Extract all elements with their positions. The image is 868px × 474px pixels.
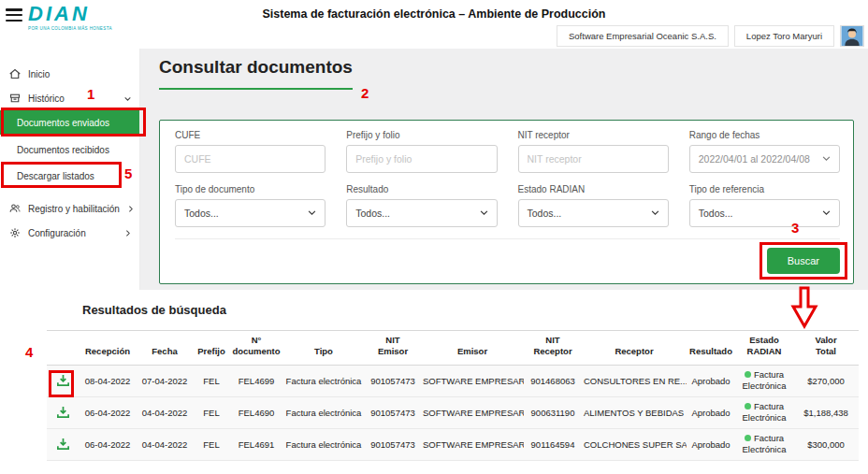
nit-receptor-input[interactable] [518, 145, 669, 173]
estado-radian-label: Estado RADIAN [518, 184, 669, 194]
results-title: Resultados de búsqueda [82, 303, 859, 317]
cufe-input[interactable] [175, 145, 326, 173]
cell-fecha: 04-04-2022 [137, 428, 193, 460]
cell-nit-receptor: 900631190 [524, 396, 582, 428]
download-icon[interactable] [56, 373, 70, 387]
col-header-receptor: Receptor [582, 331, 687, 366]
cell-receptor: CONSULTORES EN RE... [582, 365, 687, 396]
sidebar-item-configuracion[interactable]: Configuración [0, 221, 139, 245]
cell-estado-radian: Factura Electrónica [735, 428, 793, 460]
table-row: 06-04-2022 04-04-2022 FEL FEL4691 Factur… [47, 428, 859, 460]
gear-icon [9, 227, 22, 238]
nit-receptor-field: NIT receptor [518, 130, 669, 173]
col-header-emisor: Emisor [421, 331, 524, 366]
chevron-down-icon [308, 208, 316, 219]
filter-grid: CUFE Prefijo y folio NIT receptor Rango … [175, 130, 840, 227]
tipo-documento-label: Tipo de documento [175, 184, 326, 194]
people-icon [9, 203, 22, 214]
tipo-documento-select[interactable]: Todos... [175, 199, 326, 227]
col-header-prefijo: Prefijo [193, 331, 230, 366]
prefijo-folio-field: Prefijo y folio [346, 130, 497, 173]
cell-valor-total: $1,188,438 [793, 396, 859, 428]
filter-panel: CUFE Prefijo y folio NIT receptor Rango … [159, 120, 854, 284]
cell-estado-radian: Factura Electrónica [735, 365, 793, 396]
col-header-valor-total: Valor Total [793, 331, 859, 366]
resultado-select[interactable]: Todos... [346, 199, 497, 227]
table-row: 08-04-2022 07-04-2022 FEL FEL4699 Factur… [47, 365, 859, 396]
cell-emisor: SOFTWARE EMPRESARI... [421, 396, 524, 428]
sidebar: Inicio Histórico Documentos enviados Doc… [0, 49, 140, 290]
sidebar-label: Inicio [28, 69, 50, 79]
chevron-down-icon [822, 153, 831, 165]
sidebar-item-historico[interactable]: Histórico [0, 86, 139, 110]
chevron-down-icon [123, 94, 132, 103]
col-header-recepcion: Recepción [79, 331, 137, 366]
estado-radian-field: Estado RADIAN Todos... [518, 184, 669, 227]
sidebar-label: Documentos enviados [17, 118, 109, 128]
cell-nit-emisor: 901057473 [365, 428, 421, 460]
buscar-button[interactable]: Buscar [767, 248, 840, 274]
app-title: Sistema de facturación electrónica – Amb… [0, 7, 868, 21]
cell-resultado: Aprobado [687, 365, 735, 396]
tipo-documento-field: Tipo de documento Todos... [175, 184, 326, 227]
table-row: 06-04-2022 04-04-2022 FEL FEL4690 Factur… [47, 396, 859, 428]
cell-estado-radian: Factura Electrónica [735, 396, 793, 428]
resultado-field: Resultado Todos... [346, 184, 497, 227]
main-layout: Inicio Histórico Documentos enviados Doc… [0, 49, 868, 290]
estado-radian-select[interactable]: Todos... [518, 199, 669, 227]
sidebar-item-registro-habilitacion[interactable]: Registro y habilitación [0, 196, 139, 221]
avatar[interactable] [840, 25, 864, 47]
col-header-download [47, 331, 79, 366]
sidebar-label: Configuración [28, 228, 86, 238]
sidebar-item-documentos-recibidos[interactable]: Documentos recibidos [0, 138, 139, 161]
cell-emisor: SOFTWARE EMPRESARI... [421, 428, 524, 460]
rango-fechas-select[interactable]: 2022/04/01 al 2022/04/08 [689, 145, 840, 173]
results-table: Recepción Fecha Prefijo N° documento Tip… [47, 330, 859, 461]
cell-recepcion: 06-04-2022 [79, 428, 137, 460]
cufe-field: CUFE [175, 130, 326, 173]
col-header-resultado: Resultado [687, 331, 735, 366]
main-content: Consultar documentos CUFE Prefijo y foli… [140, 49, 868, 290]
chevron-right-icon [123, 229, 132, 237]
col-header-fecha: Fecha [137, 331, 193, 366]
status-dot-icon [745, 403, 751, 409]
sidebar-item-documentos-enviados[interactable]: Documentos enviados [0, 110, 139, 135]
tipo-referencia-select[interactable]: Todos... [689, 199, 840, 227]
header-user-area: Software Empresarial Oceanic S.A.S. Lope… [557, 25, 864, 47]
download-icon[interactable] [56, 405, 70, 419]
status-dot-icon [745, 435, 751, 441]
sidebar-item-inicio[interactable]: Inicio [0, 62, 139, 86]
cell-documento: FEL4690 [230, 396, 282, 428]
cell-documento: FEL4691 [230, 428, 282, 460]
cell-nit-emisor: 901057473 [365, 396, 421, 428]
sidebar-label: Descargar listados [17, 171, 94, 181]
cell-recepcion: 08-04-2022 [79, 365, 137, 396]
rango-fechas-label: Rango de fechas [689, 130, 840, 140]
filter-panel-footer: Buscar [175, 238, 840, 274]
cell-receptor: COLCHONES SUPER SAS [582, 428, 687, 460]
cell-tipo: Factura electrónica [282, 365, 365, 396]
prefijo-folio-input[interactable] [346, 145, 497, 173]
chevron-right-icon [126, 205, 135, 213]
results-section: Resultados de búsqueda Recepción Fecha P… [0, 290, 868, 461]
cell-tipo: Factura electrónica [282, 428, 365, 460]
sidebar-item-descargar-listados[interactable]: Descargar listados [0, 165, 139, 187]
cell-nit-emisor: 901057473 [365, 365, 421, 396]
tipo-referencia-field: Tipo de referencia Todos... [689, 184, 840, 227]
user-name[interactable]: Lopez Toro Maryuri [734, 25, 834, 47]
company-name: Software Empresarial Oceanic S.A.S. [557, 25, 729, 47]
download-icon[interactable] [56, 437, 70, 451]
page-title: Consultar documentos [159, 57, 353, 90]
status-dot-icon [745, 371, 751, 378]
prefijo-folio-label: Prefijo y folio [346, 130, 497, 140]
cell-recepcion: 06-04-2022 [79, 396, 137, 428]
col-header-nit-emisor: NIT Emisor [365, 331, 421, 366]
rango-fechas-field: Rango de fechas 2022/04/01 al 2022/04/08 [689, 130, 840, 173]
cell-tipo: Factura electrónica [282, 396, 365, 428]
archive-icon [9, 93, 22, 104]
dian-logo-tagline: POR UNA COLOMBIA MÁS HONESTA [28, 27, 112, 32]
top-header: DIAN POR UNA COLOMBIA MÁS HONESTA Sistem… [0, 0, 868, 49]
cell-fecha: 07-04-2022 [137, 365, 193, 396]
cell-prefijo: FEL [193, 428, 230, 460]
tipo-referencia-label: Tipo de referencia [689, 184, 840, 194]
